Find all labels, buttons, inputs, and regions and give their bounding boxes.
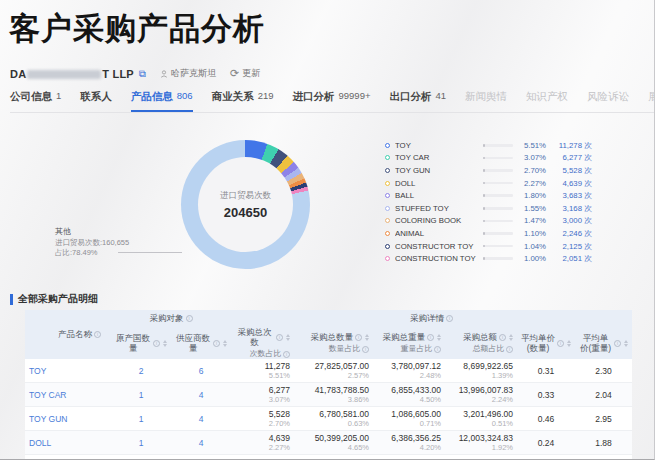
avg-price-weight-cell: 2.04	[575, 383, 632, 407]
total-quantity-cell: 41,783,788.503.86%	[294, 383, 373, 407]
tab-出口分析[interactable]: 出口分析41	[389, 90, 446, 112]
legend-mini-bar	[483, 207, 513, 210]
table-body: TOY2611,2785.51%27,825,057.002.57%3,780,…	[25, 359, 632, 460]
tab-知识产权: 知识产权	[526, 90, 568, 112]
total-times-cell: 5,5282.70%	[231, 407, 294, 431]
origin-countries-link[interactable]: 1	[111, 383, 171, 407]
legend-item-constructor-toy[interactable]: CONSTRUCTOR TOY1.04%2,125 次	[385, 240, 595, 253]
product-name-link[interactable]: DOLL	[25, 431, 111, 455]
col-header[interactable]: 采购总数量i数量占比i	[294, 327, 373, 359]
product-name-link[interactable]: TOY	[25, 359, 111, 383]
legend-item-coloring-book[interactable]: COLORING BOOK1.47%3,000 次	[385, 215, 595, 228]
avg-price-weight-cell: 1.88	[575, 431, 632, 455]
info-icon[interactable]: i	[355, 334, 362, 341]
col-header[interactable]: 平均单价(重量)i	[575, 327, 632, 359]
total-times-cell: 3,6831.80%	[231, 455, 294, 460]
tab-商业关系[interactable]: 商业关系219	[212, 90, 274, 112]
suppliers-link[interactable]: 4	[171, 383, 231, 407]
legend-mini-bar	[483, 194, 513, 197]
tab-bar: 公司信息1联系人产品信息806商业关系219进口分析99999+出口分析41新闻…	[10, 90, 654, 113]
info-icon[interactable]: i	[434, 346, 441, 353]
origin-countries-link[interactable]: 2	[111, 359, 171, 383]
info-icon[interactable]: i	[614, 340, 621, 347]
col-header[interactable]: 原产国数量i	[111, 327, 171, 359]
company-name: DAT LLP	[10, 68, 134, 80]
tab-产品信息[interactable]: 产品信息806	[131, 90, 193, 112]
info-icon[interactable]: i	[427, 334, 434, 341]
product-name-link[interactable]: TOY GUN	[25, 407, 111, 431]
legend-item-construction-toy[interactable]: CONSTRUCTION TOY1.00%2,051 次	[385, 252, 595, 265]
sort-icon[interactable]	[365, 334, 369, 341]
total-amount-cell: 12,003,324.831.92%	[445, 431, 517, 455]
sort-icon[interactable]	[567, 340, 571, 347]
info-icon[interactable]: i	[446, 315, 453, 322]
sort-icon[interactable]	[163, 340, 167, 347]
origin-countries-link[interactable]: 1	[111, 407, 171, 431]
sort-icon[interactable]	[624, 340, 628, 347]
group-purchase-details: 采购详情i	[231, 310, 632, 327]
legend-item-animal[interactable]: ANIMAL1.10%2,246 次	[385, 227, 595, 240]
suppliers-link[interactable]: 4	[171, 431, 231, 455]
legend-label: TOY	[395, 141, 483, 150]
col-header[interactable]: 采购总额i总额占比i	[445, 327, 517, 359]
legend-dot-icon	[385, 155, 390, 160]
legend-item-toy[interactable]: TOY5.51%11,278 次	[385, 139, 595, 152]
origin-countries-link[interactable]: 2	[111, 455, 171, 460]
info-icon[interactable]: i	[94, 331, 101, 338]
info-icon[interactable]: i	[362, 346, 369, 353]
legend-item-doll[interactable]: DOLL2.27%4,639 次	[385, 177, 595, 190]
tab-公司信息[interactable]: 公司信息1	[10, 90, 61, 112]
donut-chart[interactable]: 进口贸易次数 204650	[181, 140, 310, 269]
product-name-link[interactable]: BALL	[25, 455, 111, 460]
avg-price-weight-cell: 2.95	[575, 407, 632, 431]
info-icon[interactable]: i	[186, 315, 193, 322]
person-icon	[160, 70, 168, 78]
legend-item-ball[interactable]: BALL1.80%3,683 次	[385, 189, 595, 202]
legend-item-toy-gun[interactable]: TOY GUN2.70%5,528 次	[385, 164, 595, 177]
info-icon[interactable]: i	[283, 351, 290, 358]
legend-dot-icon	[385, 143, 390, 148]
group-purchase-objects: 采购对象i	[111, 310, 231, 327]
sort-icon[interactable]	[437, 334, 441, 341]
legend-mini-bar	[483, 257, 513, 260]
col-header[interactable]: 平均单价(数量)i	[517, 327, 575, 359]
info-icon[interactable]: i	[153, 340, 160, 347]
tab-联系人[interactable]: 联系人	[80, 90, 112, 112]
sort-icon[interactable]	[223, 340, 227, 347]
info-icon[interactable]: i	[499, 334, 506, 341]
table-subheader-row: 原产国数量i供应商数量i采购总次数i次数占比i采购总数量i数量占比i采购总重量i…	[25, 327, 632, 359]
legend-dot-icon	[385, 231, 390, 236]
table-row: TOY GUN145,5282.70%6,780,581.000.63%1,08…	[25, 407, 632, 431]
product-name-link[interactable]: TOY CAR	[25, 383, 111, 407]
info-icon[interactable]: i	[506, 346, 513, 353]
col-header[interactable]: 采购总重量i重量占比i	[373, 327, 445, 359]
col-header[interactable]: 供应商数量i	[171, 327, 231, 359]
suppliers-link[interactable]: 6	[171, 359, 231, 383]
legend-percent: 1.04%	[513, 242, 546, 251]
sort-icon[interactable]	[509, 334, 513, 341]
total-quantity-cell: 29,726,113.002.74%	[294, 455, 373, 460]
table-row: TOY CAR146,2773.07%41,783,788.503.86%6,8…	[25, 383, 632, 407]
tab-进口分析[interactable]: 进口分析99999+	[293, 90, 371, 112]
origin-countries-link[interactable]: 1	[111, 431, 171, 455]
table-row: TOY2611,2785.51%27,825,057.002.57%3,780,…	[25, 359, 632, 383]
total-times-cell: 4,6392.27%	[231, 431, 294, 455]
total-weight-cell: 4,423,400.002.91%	[373, 455, 445, 460]
suppliers-link[interactable]: 4	[171, 407, 231, 431]
tab-展会信息: 展会信息	[648, 90, 655, 112]
total-weight-cell: 3,780,097.122.48%	[373, 359, 445, 383]
legend-mini-bar	[483, 169, 513, 172]
info-icon[interactable]: i	[276, 334, 283, 341]
legend-item-toy-car[interactable]: TOY CAR3.07%6,277 次	[385, 152, 595, 165]
sort-icon[interactable]	[286, 334, 290, 341]
copy-icon[interactable]: ⧉	[139, 68, 146, 80]
legend-label: BALL	[395, 191, 483, 200]
legend-item-stuffed-toy[interactable]: STUFFED TOY1.55%3,168 次	[385, 202, 595, 215]
refresh-button[interactable]: ⟳ 更新	[230, 67, 260, 80]
info-icon[interactable]: i	[557, 340, 564, 347]
suppliers-link[interactable]: 5	[171, 455, 231, 460]
donut-center-label: 进口贸易次数	[220, 190, 271, 202]
avg-price-qty-cell: 0.31	[517, 359, 575, 383]
col-header[interactable]: 采购总次数i次数占比i	[231, 327, 294, 359]
info-icon[interactable]: i	[213, 340, 220, 347]
